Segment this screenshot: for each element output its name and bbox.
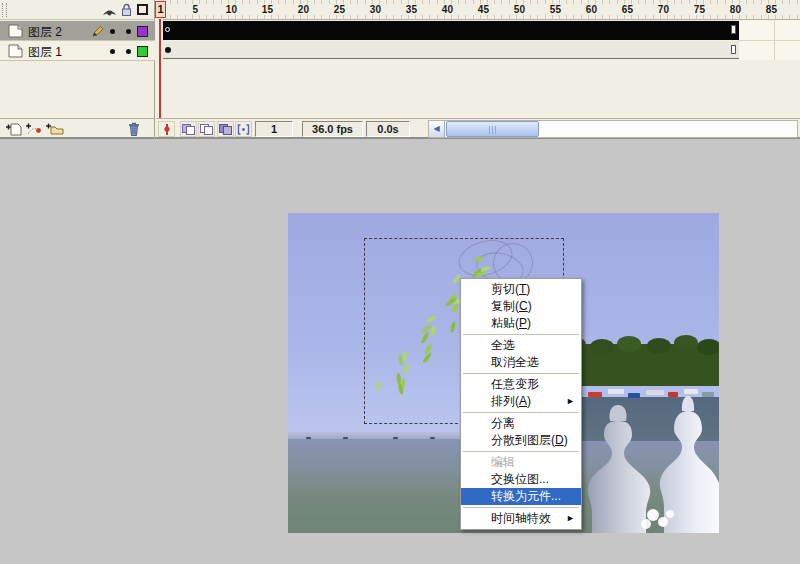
layer-lock-dot[interactable] (126, 29, 131, 34)
keyframe-marker (165, 47, 171, 53)
context-menu-item-13: 编辑 (461, 454, 581, 471)
ruler-frame-label: 50 (508, 4, 530, 15)
end-frame-marker (731, 25, 736, 34)
context-menu-separator (463, 412, 579, 413)
context-menu-item-1[interactable]: 复制(C) (461, 298, 581, 315)
ruler-frame-label: 25 (328, 4, 350, 15)
layers-header (0, 0, 155, 20)
onion-skin-button[interactable] (180, 121, 197, 137)
layer-page-icon (8, 24, 24, 42)
context-menu-item-4[interactable]: 全选 (461, 337, 581, 354)
layer-outline-swatch[interactable] (137, 46, 148, 57)
layers-pane: 图层 2 图层 1 (0, 0, 155, 139)
context-menu-item-10[interactable]: 分离 (461, 415, 581, 432)
timeline-frames (163, 21, 800, 60)
ruler-frame-label: 90 (796, 4, 800, 15)
context-menu-item-2[interactable]: 粘贴(P) (461, 315, 581, 332)
layer-name: 图层 2 (28, 24, 62, 41)
ruler-frame-label: 30 (364, 4, 386, 15)
context-menu-item-8[interactable]: 排列(A)► (461, 393, 581, 410)
playhead-line (159, 19, 161, 118)
layer-page-icon (8, 44, 24, 62)
layer-2-frame-span[interactable] (163, 21, 739, 40)
ruler-frame-label: 80 (724, 4, 746, 15)
add-motion-guide-button[interactable] (24, 121, 44, 138)
layer-row-2[interactable]: 图层 2 (0, 21, 155, 41)
edit-multiple-frames-button[interactable] (217, 121, 234, 137)
context-menu-item-11[interactable]: 分散到图层(D) (461, 432, 581, 449)
layer-lock-dot[interactable] (126, 49, 131, 54)
context-menu-item-14[interactable]: 交换位图... (461, 471, 581, 488)
layers-footer (0, 118, 155, 139)
insert-layer-button[interactable] (4, 121, 24, 138)
empty-frames[interactable] (739, 41, 800, 60)
lock-icon[interactable] (121, 3, 132, 21)
ruler-frame-label: 10 (220, 4, 242, 15)
ruler-frame-label: 65 (616, 4, 638, 15)
panel-grip[interactable] (2, 3, 7, 17)
empty-frames[interactable] (739, 21, 800, 40)
timeline-panel: 图层 2 图层 1 (0, 0, 800, 139)
center-frame-button[interactable] (158, 121, 175, 137)
layer-1-frame-span[interactable] (163, 41, 739, 59)
pencil-edit-icon (91, 24, 104, 42)
context-menu-separator (463, 334, 579, 335)
ruler-frame-label: 70 (652, 4, 674, 15)
timeline-scrollbar[interactable]: ◀ (428, 120, 798, 138)
current-frame-display: 1 (255, 121, 293, 137)
ruler-frame-label: 35 (400, 4, 422, 15)
layer-outline-swatch[interactable] (137, 26, 148, 37)
submenu-arrow-icon: ► (566, 510, 575, 527)
ruler-frame-label: 15 (256, 4, 278, 15)
layer-name: 图层 1 (28, 44, 62, 61)
context-menu: 剪切(T)复制(C)粘贴(P)全选取消全选任意变形排列(A)►分离分散到图层(D… (460, 278, 582, 530)
outline-square-icon[interactable] (137, 4, 148, 15)
context-menu-item-7[interactable]: 任意变形 (461, 376, 581, 393)
ruler-frame-label: 55 (544, 4, 566, 15)
timeline-ruler[interactable]: 51015202530354045505560657075808590 (163, 0, 800, 20)
context-menu-separator (463, 373, 579, 374)
timeline-controls: 1 36.0 fps 0.0s ◀ (156, 118, 800, 139)
layer-visibility-dot[interactable] (110, 29, 115, 34)
context-menu-item-15[interactable]: 转换为元件... (461, 488, 581, 505)
ruler-frame-label: 5 (184, 4, 206, 15)
scroll-left-arrow[interactable]: ◀ (429, 121, 445, 137)
context-menu-separator (463, 451, 579, 452)
playhead-frame-marker[interactable]: 1 (155, 1, 166, 18)
frame-rate-display[interactable]: 36.0 fps (302, 121, 363, 137)
layer-visibility-dot[interactable] (110, 49, 115, 54)
elapsed-time-display: 0.0s (366, 121, 410, 137)
keyframe-marker (165, 27, 170, 32)
delete-layer-trash-icon[interactable] (126, 121, 146, 138)
context-menu-item-0[interactable]: 剪切(T) (461, 281, 581, 298)
context-menu-item-5[interactable]: 取消全选 (461, 354, 581, 371)
insert-layer-folder-button[interactable] (44, 121, 64, 138)
ruler-frame-label: 85 (760, 4, 782, 15)
scrollbar-thumb[interactable] (446, 121, 539, 137)
context-menu-separator (463, 507, 579, 508)
ruler-frame-label: 40 (436, 4, 458, 15)
ruler-frame-label: 75 (688, 4, 710, 15)
onion-skin-outlines-button[interactable] (198, 121, 215, 137)
context-menu-item-17[interactable]: 时间轴特效► (461, 510, 581, 527)
layer-row-1[interactable]: 图层 1 (0, 41, 155, 61)
flash-workspace: 图层 2 图层 1 (0, 0, 800, 564)
end-frame-marker (731, 45, 736, 54)
modify-onion-markers-button[interactable] (235, 121, 252, 137)
ruler-frame-label: 20 (292, 4, 314, 15)
submenu-arrow-icon: ► (566, 393, 575, 410)
ruler-frame-label: 60 (580, 4, 602, 15)
ruler-frame-label: 45 (472, 4, 494, 15)
